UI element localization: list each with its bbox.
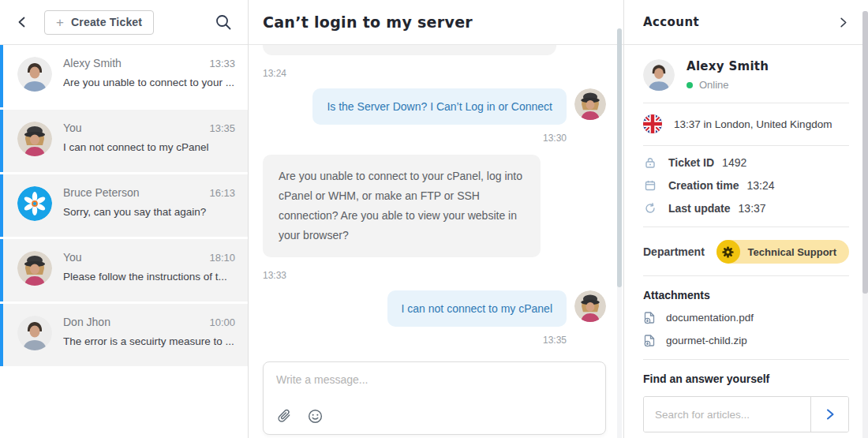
lock-icon	[643, 156, 657, 169]
helpdesk-app: + Create Ticket Alexy Smith13:33 Are you…	[0, 0, 868, 438]
avatar	[643, 59, 675, 91]
file-download-icon	[643, 311, 657, 324]
conversation-name: Don Jhon	[63, 316, 110, 328]
conversation-preview: The error is a secuirty measure to ...	[63, 335, 235, 347]
back-button[interactable]	[16, 16, 28, 28]
create-ticket-label: Create Ticket	[71, 16, 142, 28]
kb-search-box	[643, 396, 849, 432]
divider	[643, 103, 849, 103]
chat-title: Can’t login to my server	[263, 13, 473, 31]
plus-icon: +	[56, 16, 64, 29]
search-button[interactable]	[215, 13, 232, 31]
avatar-logo	[17, 186, 52, 221]
conversation-name: Bruce Peterson	[63, 186, 140, 199]
account-user: Alexy Smith Online	[643, 59, 849, 91]
sidebar-topbar: + Create Ticket	[0, 0, 248, 45]
conversation-time: 13:33	[209, 58, 235, 69]
avatar	[17, 122, 52, 156]
conversation-time: 10:00	[209, 316, 235, 328]
divider	[643, 359, 849, 360]
partial-message-bubble	[263, 45, 556, 55]
attachment-item[interactable]: gourmet-child.zip	[643, 334, 849, 347]
kb-title: Find an answer yourself	[643, 372, 849, 385]
conversation-item[interactable]: You18:10 Please follow the instructions …	[0, 239, 248, 301]
department-label: Department	[643, 245, 705, 258]
attachments-title: Attachments	[643, 289, 849, 301]
gear-icon	[716, 240, 740, 264]
conversation-list: Alexy Smith13:33 Are you unable to conne…	[0, 45, 248, 438]
last-update-row: Last update 13:37	[643, 202, 849, 215]
conversation-item[interactable]: You13:35 I can not connect to my cPanel	[0, 110, 248, 172]
refresh-icon	[643, 202, 657, 215]
conversation-time: 16:13	[209, 187, 235, 199]
conversation-name: You	[63, 122, 82, 134]
avatar	[17, 57, 52, 92]
search-icon	[215, 13, 232, 31]
local-time-row: 13:37 in London, United Kingdom	[643, 114, 849, 133]
conversations-sidebar: + Create Ticket Alexy Smith13:33 Are you…	[0, 0, 249, 438]
message-time: 13:30	[263, 133, 606, 144]
message-composer	[263, 361, 606, 435]
divider	[643, 145, 849, 146]
detail-label: Creation time	[668, 179, 739, 192]
message-input[interactable]	[276, 373, 593, 402]
detail-value: 1492	[722, 156, 746, 169]
avatar	[17, 316, 52, 350]
conversation-item[interactable]: Don Jhon10:00 The error is a secuirty me…	[0, 304, 248, 366]
account-title: Account	[643, 15, 699, 29]
kb-search-submit-button[interactable]	[810, 397, 848, 432]
avatar	[17, 251, 52, 286]
calendar-icon	[643, 179, 657, 192]
collapse-panel-button[interactable]	[837, 17, 849, 28]
department-value: Technical Support	[748, 246, 836, 258]
conversation-item[interactable]: Bruce Peterson16:13 Sorry, can you say t…	[0, 174, 248, 237]
chat-header: Can’t login to my server	[249, 0, 623, 45]
message-row-outgoing: I can not connect to my cPanel	[263, 290, 606, 327]
user-name: Alexy Smith	[687, 59, 769, 73]
creation-time-row: Creation time 13:24	[643, 179, 849, 192]
emoji-button[interactable]	[307, 408, 324, 425]
conversation-item[interactable]: Alexy Smith13:33 Are you unable to conne…	[0, 45, 248, 107]
conversation-preview: Please follow the instructions of t...	[63, 271, 235, 283]
conversation-name: Alexy Smith	[63, 57, 122, 69]
uk-flag-icon	[643, 114, 662, 133]
outgoing-message-bubble: Is the Server Down? I Can’t Log in or Co…	[312, 88, 567, 125]
conversation-preview: Sorry, can you say that again?	[63, 206, 235, 218]
attachment-name: gourmet-child.zip	[666, 335, 747, 346]
chat-scrollbar-thumb[interactable]	[617, 28, 622, 287]
incoming-message-bubble: Are you unable to connect to your cPanel…	[263, 155, 541, 257]
outgoing-message-bubble: I can not connect to my cPanel	[387, 290, 567, 327]
chevron-right-icon	[837, 17, 849, 28]
ticket-id-row: Ticket ID 1492	[643, 156, 849, 169]
user-status: Online	[699, 79, 729, 91]
divider	[643, 226, 849, 227]
department-row: Department Technical Support	[643, 240, 849, 264]
message-time: 13:24	[263, 68, 606, 79]
account-header: Account	[624, 0, 868, 45]
create-ticket-button[interactable]: + Create Ticket	[44, 10, 154, 35]
avatar	[574, 290, 606, 322]
message-thread: 13:24 Is the Server Down? I Can’t Log in…	[249, 45, 623, 438]
avatar	[574, 88, 606, 120]
kb-search-input[interactable]	[644, 397, 810, 432]
account-panel: Account Alexy Smith Online	[623, 0, 868, 438]
account-scrollbar-thumb[interactable]	[862, 11, 868, 294]
local-time-text: 13:37 in London, United Kingdom	[674, 118, 832, 130]
chevron-left-icon	[16, 16, 28, 28]
divider	[643, 275, 849, 276]
chat-panel: Can’t login to my server 13:24 Is the Se…	[249, 0, 623, 438]
paperclip-icon	[276, 408, 293, 425]
conversation-preview: I can not connect to my cPanel	[63, 141, 235, 153]
conversation-time: 13:35	[209, 122, 235, 134]
detail-value: 13:37	[739, 202, 766, 215]
attachment-item[interactable]: documentation.pdf	[643, 311, 849, 324]
detail-label: Ticket ID	[668, 156, 714, 169]
department-badge: Technical Support	[716, 240, 849, 264]
message-time: 13:35	[263, 335, 606, 346]
message-time: 13:33	[263, 270, 606, 281]
conversation-preview: Are you unable to connect to your ...	[63, 77, 235, 88]
smiley-icon	[307, 408, 324, 425]
attach-button[interactable]	[276, 408, 293, 425]
detail-value: 13:24	[746, 179, 774, 192]
file-download-icon	[643, 334, 657, 347]
